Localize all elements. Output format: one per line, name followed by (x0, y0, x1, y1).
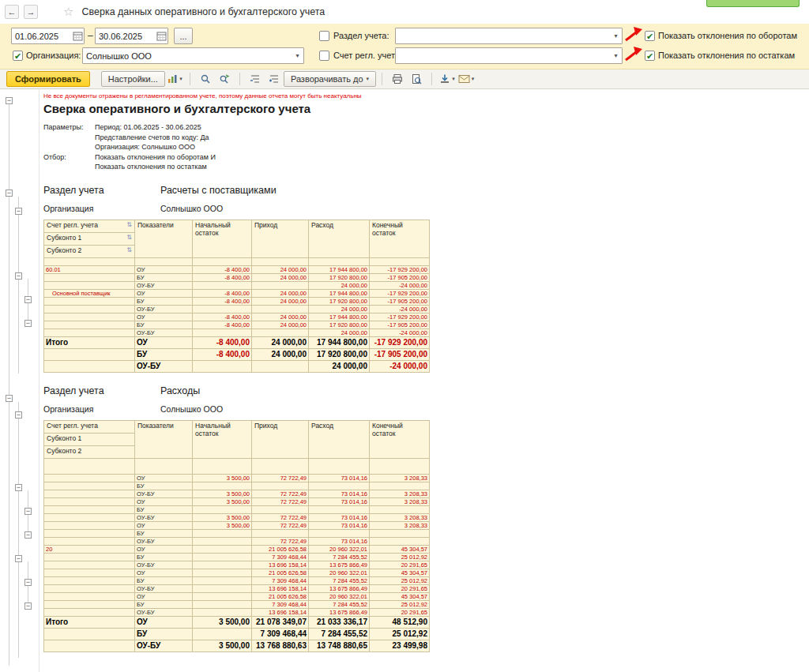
dropdown-arrow-icon[interactable]: ▾ (610, 52, 622, 59)
group-collapse-icon[interactable]: − (15, 411, 22, 419)
settings-button[interactable]: Настройки... (101, 71, 165, 87)
search-next-button[interactable] (215, 71, 234, 87)
table-row: ОУ-БУ72 722,4973 014,16 (44, 537, 430, 545)
group-collapse-icon[interactable]: − (6, 395, 13, 402)
print-button[interactable] (388, 71, 407, 87)
row-value-cell: 3 208,33 (370, 474, 430, 482)
organization-checkbox[interactable]: ✔ (13, 51, 23, 61)
search-button[interactable] (196, 71, 215, 87)
group-collapse-icon[interactable]: − (24, 508, 32, 515)
row-value-cell (370, 505, 430, 513)
dropdown-arrow-icon[interactable]: ▾ (610, 32, 622, 39)
show-balance-checkbox[interactable]: ✔ (645, 51, 655, 61)
row-value-cell: -8 400,00 (193, 348, 252, 360)
table-row: БУ-8 400,0024 000,0017 920 800,00-17 905… (44, 297, 430, 305)
column-header[interactable]: Расход (309, 420, 370, 458)
sort-icon[interactable]: ⇅ (126, 234, 132, 241)
row-account-cell (44, 569, 135, 576)
row-account-cell (44, 513, 135, 521)
group-collapse-icon[interactable]: − (6, 97, 13, 104)
row-indicator-cell: ОУ (135, 497, 193, 505)
account-select[interactable]: ▾ (395, 47, 623, 64)
save-export-button[interactable]: ▾ (438, 71, 457, 87)
sort-icon[interactable]: ⇅ (126, 221, 132, 228)
group-collapse-icon[interactable]: − (15, 272, 22, 280)
calendar-icon[interactable] (155, 31, 167, 41)
group-collapse-icon[interactable]: − (15, 484, 22, 491)
organization-value: Солнышко ООО (83, 51, 292, 61)
calendar-icon[interactable] (71, 31, 84, 41)
group-collapse-icon[interactable]: − (6, 190, 13, 197)
group-collapse-icon[interactable]: − (24, 579, 32, 586)
row-value-cell: -8 400,00 (193, 321, 252, 328)
row-account-cell (44, 328, 135, 336)
row-value-cell (252, 482, 309, 490)
column-header[interactable]: Приход (252, 420, 309, 458)
expand-levels-button[interactable] (265, 71, 284, 87)
parameter-line: Параметры:Период: 01.06.2025 - 30.06.202… (43, 122, 806, 133)
period-to-input[interactable]: 30.06.2025 (95, 28, 168, 44)
column-header[interactable]: Субконто 1⇅ (44, 232, 135, 245)
column-header[interactable]: Начальный остаток (193, 220, 252, 257)
row-value-cell: 13 675 866,49 (309, 608, 370, 616)
row-indicator-cell: ОУ (135, 474, 193, 482)
column-header[interactable]: Субконто 1 (44, 433, 135, 445)
column-header[interactable]: Конечный остаток (370, 220, 430, 257)
column-header[interactable]: Конечный остаток (370, 420, 430, 458)
period-from-input[interactable]: 01.06.2025 (11, 28, 85, 44)
column-header[interactable]: Счет регл. учета (44, 420, 135, 433)
generate-button[interactable]: Сформировать (6, 71, 90, 87)
report-variant-button[interactable]: ▾ (165, 71, 184, 87)
column-header[interactable]: Приход (252, 220, 309, 257)
section-select[interactable]: ▾ (395, 28, 623, 44)
row-value-cell: 3 208,33 (370, 521, 430, 529)
row-value-cell (193, 584, 252, 592)
section-checkbox[interactable] (319, 31, 329, 41)
organization-header: ОрганизацияСолнышко ООО (43, 204, 806, 213)
group-collapse-icon[interactable]: − (24, 531, 32, 539)
row-account-cell (44, 490, 135, 497)
period-more-button[interactable]: ... (174, 28, 193, 44)
report-section: Раздел учетаРасходыОрганизацияСолнышко О… (43, 385, 806, 652)
dropdown-arrow-icon: ▾ (367, 76, 370, 82)
total-row: ОУ-БУ3 500,0013 768 880,6313 748 880,652… (44, 640, 430, 651)
column-header-label: Субконто 1 (47, 434, 81, 442)
print-preview-button[interactable] (407, 71, 426, 87)
column-header[interactable]: Субконто 2⇅ (44, 245, 135, 257)
parameter-label (43, 162, 95, 172)
group-collapse-icon[interactable]: − (24, 603, 32, 610)
row-value-cell: 24 000,00 (309, 281, 370, 289)
favorites-star-icon[interactable]: ☆ (63, 5, 73, 19)
group-collapse-icon[interactable]: − (15, 208, 22, 215)
collapse-levels-button[interactable] (246, 71, 265, 87)
sort-icon[interactable]: ⇅ (126, 246, 132, 253)
row-value-cell: -17 929 200,00 (370, 336, 430, 348)
organization-select[interactable]: Солнышко ООО ▾ (82, 47, 304, 64)
row-value-cell: 25 012,92 (370, 576, 430, 584)
column-header[interactable]: Начальный остаток (193, 420, 252, 458)
row-account-cell (44, 360, 135, 372)
row-value-cell: 7 309 468,44 (252, 600, 309, 608)
forward-button[interactable]: → (24, 5, 38, 19)
column-header[interactable]: Расход (309, 220, 370, 257)
group-collapse-icon[interactable]: − (24, 320, 32, 327)
column-header[interactable]: Субконто 2 (44, 445, 135, 458)
row-indicator-cell: ОУ-БУ (135, 360, 193, 372)
table-row: ОУ-БУ13 696 158,1413 675 866,4920 291,65 (44, 608, 430, 616)
dropdown-arrow-icon[interactable]: ▾ (292, 52, 303, 59)
column-header[interactable]: Показатели (135, 220, 193, 257)
column-header[interactable]: Счет регл. учета⇅ (44, 220, 135, 232)
expand-to-button[interactable]: Разворачивать до ▾ (284, 71, 376, 87)
account-checkbox[interactable] (319, 51, 329, 61)
row-value-cell: 17 920 800,00 (309, 321, 370, 328)
row-value-cell (193, 628, 252, 640)
group-collapse-icon[interactable]: − (24, 296, 32, 303)
send-email-button[interactable]: ▾ (457, 71, 476, 87)
row-account-cell (44, 257, 135, 265)
row-value-cell: -8 400,00 (193, 336, 252, 348)
column-header[interactable]: Показатели (135, 420, 193, 458)
row-value-cell: 20 960 322,01 (309, 545, 370, 553)
group-collapse-icon[interactable]: − (15, 555, 22, 562)
show-turnover-checkbox[interactable]: ✔ (645, 31, 655, 41)
back-button[interactable]: ← (5, 5, 19, 19)
